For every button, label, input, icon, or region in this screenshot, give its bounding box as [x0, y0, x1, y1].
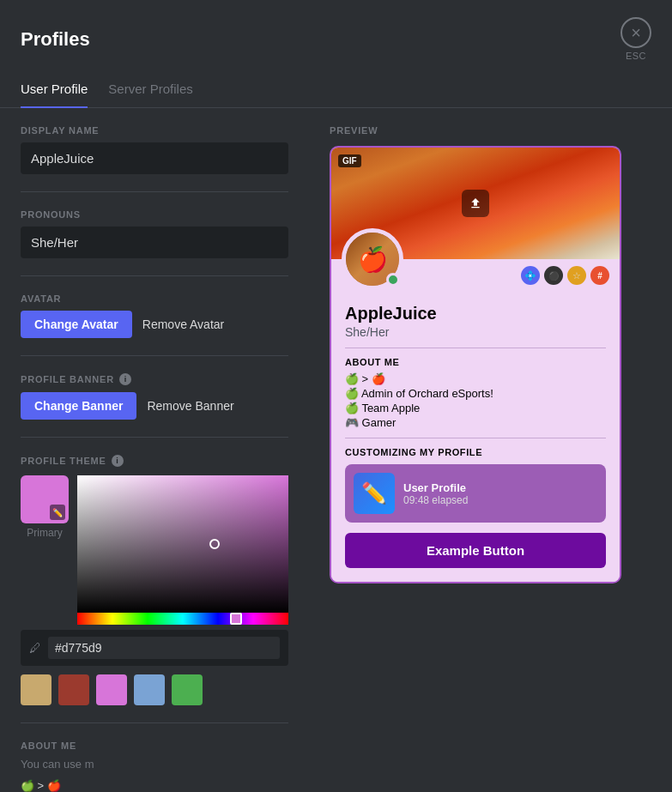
tab-user-profile[interactable]: User Profile [21, 75, 88, 108]
remove-banner-button[interactable]: Remove Banner [147, 399, 233, 413]
content-area: DISPLAY NAME PRONOUNS AVATAR Change Avat… [0, 108, 672, 792]
profile-theme-section: PROFILE THEME i ✏️ Primary [21, 455, 288, 705]
profile-card: GIF 🍎 💠 [330, 146, 621, 583]
upload-icon [469, 196, 482, 210]
right-panel: PREVIEW GIF 🍎 [309, 108, 672, 792]
swatch-edit-icon: ✏️ [50, 505, 65, 520]
banner-btn-row: Change Banner Remove Banner [21, 392, 288, 420]
color-gradient[interactable] [77, 475, 288, 613]
card-about-line-2: 🍏 Admin of Orchard eSports! [345, 387, 606, 400]
modal-title: Profiles [21, 28, 90, 51]
divider-4 [21, 437, 288, 438]
card-about-line-1: 🍏 > 🍎 [345, 372, 606, 385]
avatar-btn-row: Change Avatar Remove Avatar [21, 311, 288, 338]
activity-sub: 09:48 elapsed [403, 494, 597, 506]
about-me-content: 🍏 > 🍎 🍏 Admin of Orchard eSports! 🍏 Team… [21, 777, 288, 792]
preview-label: PREVIEW [330, 125, 651, 136]
avatar-label: AVATAR [21, 293, 288, 304]
activity-title: User Profile [403, 481, 597, 494]
divider-5 [21, 722, 288, 723]
profile-banner-label: PROFILE BANNER [21, 374, 114, 384]
swatch-label: Primary [27, 527, 62, 539]
eyedropper-icon[interactable]: 🖊 [29, 641, 41, 655]
display-name-label: DISPLAY NAME [21, 125, 288, 136]
badge-circle: ⚫ [544, 266, 563, 285]
profile-theme-label-row: PROFILE THEME i [21, 455, 288, 467]
modal: Profiles × ESC User Profile Server Profi… [0, 0, 672, 792]
card-divider-2 [345, 438, 606, 438]
avatar-online-dot [386, 273, 400, 287]
divider-2 [21, 275, 288, 276]
profile-banner-section: PROFILE BANNER i Change Banner Remove Ba… [21, 373, 288, 420]
card-activity-label: CUSTOMIZING MY PROFILE [345, 447, 606, 457]
card-badges: 💠 ⚫ ☆ # [521, 266, 609, 285]
about-me-hint: You can use m [21, 758, 288, 771]
change-banner-button[interactable]: Change Banner [21, 392, 136, 420]
hex-input[interactable] [48, 637, 280, 659]
badge-hash: # [590, 266, 609, 285]
banner-gif-badge: GIF [338, 154, 361, 167]
banner-upload-button[interactable] [462, 190, 489, 217]
card-pronouns: She/Her [345, 325, 606, 339]
tab-server-profiles[interactable]: Server Profiles [108, 75, 192, 108]
preset-color-5[interactable] [172, 674, 203, 705]
card-about-line-4: 🎮 Gamer [345, 416, 606, 429]
primary-swatch-container: ✏️ Primary [21, 475, 69, 539]
primary-color-swatch[interactable]: ✏️ [21, 475, 69, 523]
avatar-section: AVATAR Change Avatar Remove Avatar [21, 293, 288, 338]
profile-banner-label-row: PROFILE BANNER i [21, 373, 288, 385]
about-me-section: ABOUT ME You can use m 🍏 > 🍎 🍏 Admin of … [21, 741, 288, 792]
card-about-me-label: ABOUT ME [345, 357, 606, 367]
color-picker [77, 475, 288, 625]
about-me-label: ABOUT ME [21, 741, 288, 751]
card-avatar-area: 🍎 [342, 228, 403, 290]
preset-color-3[interactable] [96, 674, 127, 705]
card-divider-1 [345, 348, 606, 348]
profile-theme-label: PROFILE THEME [21, 456, 106, 466]
about-me-line-1: 🍏 > 🍎 [21, 777, 288, 792]
display-name-section: DISPLAY NAME [21, 125, 288, 174]
card-username: AppleJuice [345, 304, 606, 323]
card-top-row: 🍎 💠 ⚫ ☆ # [331, 259, 620, 290]
esc-label: ESC [626, 51, 646, 61]
pronouns-label: PRONOUNS [21, 209, 288, 220]
modal-header: Profiles × ESC [0, 0, 672, 61]
profile-banner-info-icon[interactable]: i [119, 373, 131, 385]
close-icon: × [631, 23, 641, 43]
activity-thumbnail: ✏️ [354, 473, 395, 514]
close-button[interactable]: × [621, 17, 651, 48]
preset-colors [21, 666, 288, 705]
change-avatar-button[interactable]: Change Avatar [21, 311, 132, 338]
preset-color-4[interactable] [134, 674, 165, 705]
left-panel: DISPLAY NAME PRONOUNS AVATAR Change Avat… [0, 108, 309, 792]
hue-slider[interactable] [77, 613, 288, 625]
pronouns-input[interactable] [21, 227, 288, 258]
gradient-cursor [209, 539, 220, 549]
profile-theme-info-icon[interactable]: i [112, 455, 124, 467]
divider-1 [21, 191, 288, 192]
remove-avatar-button[interactable]: Remove Avatar [142, 317, 224, 331]
badge-diamond: 💠 [521, 266, 540, 285]
card-activity: ✏️ User Profile 09:48 elapsed [345, 464, 606, 523]
hue-thumb [230, 613, 242, 625]
card-about-line-3: 🍏 Team Apple [345, 402, 606, 414]
tabs-bar: User Profile Server Profiles [0, 75, 672, 108]
preset-color-2[interactable] [58, 674, 89, 705]
preset-color-1[interactable] [21, 674, 51, 705]
display-name-input[interactable] [21, 142, 288, 174]
activity-info: User Profile 09:48 elapsed [403, 481, 597, 506]
example-button[interactable]: Example Button [345, 533, 606, 568]
divider-3 [21, 355, 288, 356]
card-body: AppleJuice She/Her ABOUT ME 🍏 > 🍎 🍏 Admi… [331, 290, 620, 582]
pronouns-section: PRONOUNS [21, 209, 288, 258]
badge-star: ☆ [567, 266, 586, 285]
hex-row: 🖊 [21, 630, 288, 666]
close-area[interactable]: × ESC [621, 17, 651, 61]
